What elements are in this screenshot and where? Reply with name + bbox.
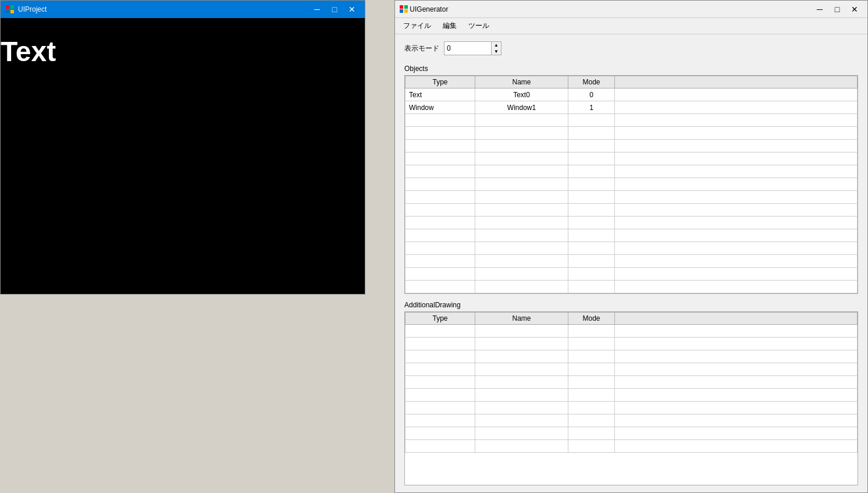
table-row[interactable] [405, 191, 858, 204]
additional-col-mode: Mode [568, 313, 615, 325]
table-row[interactable] [405, 204, 858, 217]
table-row[interactable]: TextText00 [405, 88, 858, 101]
menubar: ファイル 編集 ツール [395, 18, 867, 34]
objects-table-wrap: Type Name Mode TextText00WindowWindow11 [404, 75, 858, 294]
right-window-icon [400, 5, 408, 13]
table-row[interactable] [405, 178, 858, 191]
table-row[interactable] [405, 414, 858, 427]
spin-up-button[interactable]: ▲ [492, 42, 501, 48]
spin-down-button[interactable]: ▼ [492, 48, 501, 55]
additional-table: Type Name Mode [405, 312, 858, 453]
right-titlebar: UIGenerator ─ □ ✕ [395, 1, 867, 18]
right-window-controls: ─ □ ✕ [812, 3, 863, 15]
left-close-button[interactable]: ✕ [344, 3, 360, 15]
table-row[interactable] [405, 229, 858, 242]
additional-col-rest [615, 313, 858, 325]
table-row[interactable] [405, 350, 858, 363]
table-row[interactable] [405, 114, 858, 127]
table-row[interactable] [405, 255, 858, 268]
objects-section: Objects Type Name Mode TextText00WindowW… [404, 65, 858, 301]
objects-col-name: Name [475, 76, 568, 88]
table-row[interactable] [405, 152, 858, 165]
right-window-title: UIGenerator [410, 5, 812, 13]
table-row[interactable] [405, 338, 858, 350]
table-row[interactable] [405, 376, 858, 389]
table-row[interactable] [405, 165, 858, 178]
left-minimize-button[interactable]: ─ [309, 3, 325, 15]
objects-table: Type Name Mode TextText00WindowWindow11 [405, 76, 858, 293]
left-maximize-button[interactable]: □ [326, 3, 343, 15]
objects-col-mode: Mode [568, 76, 615, 88]
left-window-controls: ─ □ ✕ [309, 3, 360, 15]
left-titlebar: UIProject ─ □ ✕ [1, 1, 365, 18]
table-row[interactable] [405, 440, 858, 453]
table-row[interactable] [405, 402, 858, 414]
objects-label: Objects [404, 65, 858, 73]
menu-tools[interactable]: ツール [463, 20, 495, 32]
table-row[interactable] [405, 389, 858, 402]
table-row[interactable] [405, 242, 858, 255]
right-close-button[interactable]: ✕ [846, 3, 863, 15]
table-row[interactable] [405, 140, 858, 152]
mode-row: 表示モード 0 ▲ ▼ [404, 41, 858, 55]
right-maximize-button[interactable]: □ [829, 3, 845, 15]
right-minimize-button[interactable]: ─ [812, 3, 828, 15]
table-row[interactable] [405, 217, 858, 229]
table-row[interactable] [405, 127, 858, 140]
mode-spinner: 0 ▲ ▼ [444, 41, 501, 55]
additional-table-wrap: Type Name Mode [404, 311, 858, 485]
left-window-icon [5, 5, 15, 14]
additional-section: AdditionalDrawing Type Name Mode [404, 301, 858, 485]
right-window: UIGenerator ─ □ ✕ ファイル 編集 ツール 表示モード 0 ▲ … [394, 0, 868, 493]
table-row[interactable] [405, 268, 858, 281]
table-row[interactable] [405, 325, 858, 338]
mode-input[interactable]: 0 [444, 42, 491, 55]
menu-edit[interactable]: 編集 [437, 20, 463, 32]
additional-col-type: Type [405, 313, 475, 325]
left-window-title: UIProject [18, 5, 309, 13]
spinner-buttons: ▲ ▼ [491, 42, 501, 55]
table-row[interactable] [405, 281, 858, 293]
table-row[interactable] [405, 363, 858, 376]
mode-label: 表示モード [404, 44, 439, 54]
menu-file[interactable]: ファイル [397, 20, 437, 32]
table-row[interactable]: WindowWindow11 [405, 101, 858, 114]
left-window-content: Text [1, 18, 365, 294]
additional-col-name: Name [475, 313, 568, 325]
additional-header-row: Type Name Mode [405, 313, 858, 325]
left-window: UIProject ─ □ ✕ Text [0, 0, 365, 295]
objects-col-type: Type [405, 76, 475, 88]
additional-label: AdditionalDrawing [404, 301, 858, 309]
right-content: 表示モード 0 ▲ ▼ Objects Type Name Mode [395, 34, 867, 492]
table-row[interactable] [405, 427, 858, 440]
objects-header-row: Type Name Mode [405, 76, 858, 88]
preview-text: Text [1, 36, 56, 68]
objects-col-rest [615, 76, 858, 88]
